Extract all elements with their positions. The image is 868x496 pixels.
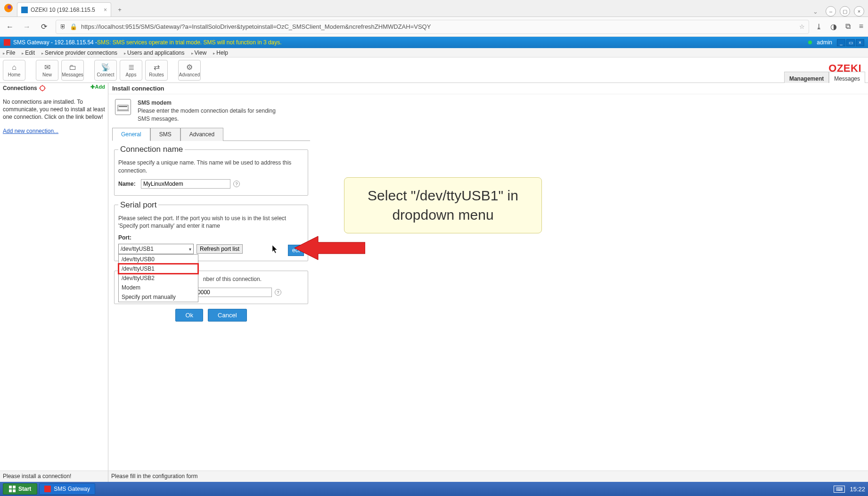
home-icon: ⌂ xyxy=(12,63,16,72)
menu-file[interactable]: File xyxy=(3,50,15,56)
close-tab-icon[interactable]: × xyxy=(104,7,107,13)
toolbar-right-icons: ⤓ ◑ ⧉ ≡ xyxy=(816,22,863,31)
port-select[interactable]: /dev/ttyUSB1 ▾ xyxy=(118,244,194,254)
toolbar-messages-button[interactable]: 🗀Messages xyxy=(61,60,84,81)
start-label: Start xyxy=(18,486,31,492)
firefox-urlbar: ← → ⟳ ⛨ 🔒 https://localhost:9515/SMS/Gat… xyxy=(0,17,868,37)
toolbar-advanced-button[interactable]: ⚙Advanced xyxy=(178,60,201,81)
menu-service-provider[interactable]: Service provider connections xyxy=(41,50,117,56)
window-close-button[interactable]: × xyxy=(854,6,864,17)
shield-icon: ⛨ xyxy=(60,23,66,30)
port-label: Port: xyxy=(118,234,134,241)
toolbar-new-button[interactable]: ✉New xyxy=(36,60,58,81)
content-area: Install connection SMS modem Please ente… xyxy=(108,83,868,488)
window-minimize-button[interactable]: – xyxy=(826,6,836,17)
connections-icon xyxy=(39,85,46,91)
lock-icon: 🔒 xyxy=(70,23,77,30)
content-title: Install connection xyxy=(108,83,868,94)
toolbar-routes-button[interactable]: ⇄Routes xyxy=(145,60,168,81)
tab-general[interactable]: General xyxy=(112,128,150,141)
menu-icon[interactable]: ≡ xyxy=(859,22,863,31)
svg-marker-8 xyxy=(295,236,365,260)
name-input[interactable] xyxy=(141,179,230,189)
main-status-bar: Please fill in the configuration form xyxy=(108,471,868,482)
app-user[interactable]: admin xyxy=(817,39,832,46)
connection-name-legend: Connection name xyxy=(118,145,185,154)
menu-help[interactable]: Help xyxy=(213,50,228,56)
toolbar-connect-button[interactable]: 📡Connect xyxy=(94,60,117,81)
new-icon: ✉ xyxy=(44,63,50,72)
help-icon[interactable]: ? xyxy=(233,181,240,187)
list-all-tabs-icon[interactable]: ⌄ xyxy=(813,8,818,15)
serial-port-legend: Serial port xyxy=(118,200,158,210)
menu-view[interactable]: View xyxy=(191,50,207,56)
panel-title: Connections Add xyxy=(3,85,105,91)
port-option[interactable]: Modem xyxy=(119,283,198,292)
window-maximize-button[interactable]: ▢ xyxy=(840,6,850,17)
antenna-icon: 📡 xyxy=(101,63,110,72)
app-titlebar: SMS Gateway - 192.168.115.54 - SMS: SMS … xyxy=(0,37,868,48)
app-close-button[interactable]: × xyxy=(856,39,864,46)
port-option[interactable]: /dev/ttyUSB2 xyxy=(119,273,198,283)
nav-back-button[interactable]: ← xyxy=(5,22,15,32)
menu-edit[interactable]: Edit xyxy=(22,50,35,56)
tab-sms[interactable]: SMS xyxy=(150,128,180,141)
toolbar-label: New xyxy=(42,72,52,77)
keyboard-icon[interactable]: ⌨ xyxy=(834,486,845,493)
add-connection-link[interactable]: Add xyxy=(90,84,105,90)
svg-rect-10 xyxy=(13,486,16,488)
taskbar-item[interactable]: SMS Gateway xyxy=(39,483,95,495)
toolbar-label: Messages xyxy=(62,72,83,77)
svg-rect-5 xyxy=(118,105,128,110)
cancel-button[interactable]: Cancel xyxy=(208,309,246,322)
urlbar[interactable]: ⛨ 🔒 https://localhost:9515/SMS/Gateway/?… xyxy=(56,20,809,34)
bookmark-star-icon[interactable]: ☆ xyxy=(799,23,805,30)
nav-reload-button[interactable]: ⟳ xyxy=(39,22,49,32)
nav-forward-button[interactable]: → xyxy=(22,22,32,32)
chevron-down-icon: ▾ xyxy=(189,247,191,252)
app-toolbar: ⌂Home ✉New 🗀Messages 📡Connect ≣Apps ⇄Rou… xyxy=(0,58,868,83)
config-tabs: General SMS Advanced xyxy=(112,127,310,141)
port-selected-value: /dev/ttyUSB1 xyxy=(121,246,154,252)
port-dropdown: /dev/ttyUSB0 /dev/ttyUSB1 /dev/ttyUSB2 M… xyxy=(118,254,198,302)
gear-icon: ⚙ xyxy=(186,63,193,72)
toolbar-label: Advanced xyxy=(179,72,200,77)
menu-users-apps[interactable]: Users and applications xyxy=(124,50,184,56)
add-new-connection-link[interactable]: Add new connection... xyxy=(3,128,58,134)
firefox-window-controls: ⌄ – ▢ × xyxy=(813,6,868,17)
start-button[interactable]: Start xyxy=(3,483,37,495)
svg-point-1 xyxy=(8,5,11,9)
svg-rect-2 xyxy=(21,7,28,13)
ok-button[interactable]: Ok xyxy=(175,309,203,322)
browser-tab[interactable]: OZEKI 10 (192.168.115.5 × xyxy=(17,2,111,17)
panel-text: No connections are installed. To communi… xyxy=(3,98,105,121)
new-tab-button[interactable]: + xyxy=(114,4,125,15)
start-icon xyxy=(9,486,16,492)
app-title: SMS Gateway - 192.168.115.54 - xyxy=(13,39,97,46)
url-text: https://localhost:9515/SMS/Gateway/?a=In… xyxy=(81,23,431,30)
port-option[interactable]: Specify port manually xyxy=(119,292,198,302)
app-window-controls: _ ▭ × xyxy=(837,39,864,46)
app-minimize-button[interactable]: _ xyxy=(837,39,845,46)
toolbar-label: Home xyxy=(8,72,21,77)
connection-name-group: Connection name Please specify a unique … xyxy=(114,145,308,195)
instruction-callout: Select "/dev/ttyUSB1" in dropdown menu xyxy=(344,177,542,233)
extensions-icon[interactable]: ⧉ xyxy=(845,22,851,31)
toolbar-home-button[interactable]: ⌂Home xyxy=(3,60,25,81)
tab-advanced[interactable]: Advanced xyxy=(180,128,223,141)
connections-panel: Connections Add No connections are insta… xyxy=(0,83,108,488)
serial-port-text: Please select the port. If the port you … xyxy=(118,215,304,230)
toolbar-apps-button[interactable]: ≣Apps xyxy=(120,60,142,81)
app-taskbar-icon xyxy=(44,486,51,492)
app-maximize-button[interactable]: ▭ xyxy=(846,39,855,46)
downloads-icon[interactable]: ⤓ xyxy=(816,22,822,31)
firefox-tabbar: OZEKI 10 (192.168.115.5 × + ⌄ – ▢ × xyxy=(0,0,868,17)
account-icon[interactable]: ◑ xyxy=(830,22,837,31)
port-option[interactable]: /dev/ttyUSB0 xyxy=(119,255,198,264)
arrow-icon xyxy=(295,234,365,262)
help-icon[interactable]: ? xyxy=(275,289,281,296)
toolbar-label: Routes xyxy=(149,72,164,77)
refresh-port-list-button[interactable]: Refresh port list xyxy=(197,244,243,254)
port-option-selected[interactable]: /dev/ttyUSB1 xyxy=(119,264,198,273)
tab-favicon xyxy=(21,7,28,13)
